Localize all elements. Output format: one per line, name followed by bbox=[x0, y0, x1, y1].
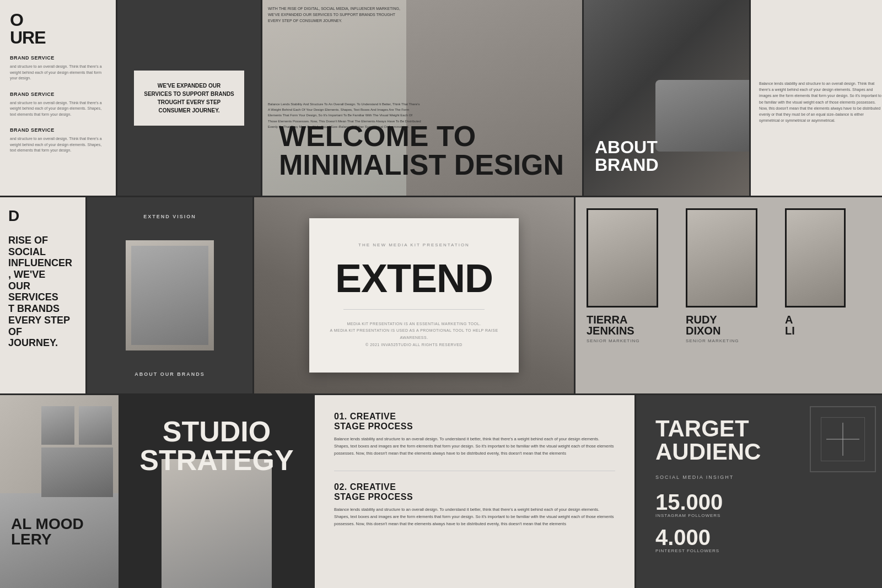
brand-service-3: BRAND SERVICE and structure to an overal… bbox=[10, 127, 106, 154]
photo-mini-1 bbox=[41, 406, 74, 445]
cell-r1c5: Balance lends stability and structure to… bbox=[751, 0, 882, 196]
r2c1-text-block: RISE OFSOCIALINFLUENCER, WE'VEOUR SERVIC… bbox=[8, 235, 77, 349]
cell-r3c4: TARGET AUDIENC SOCIAL MEDIA INSIGHT 15.0… bbox=[636, 395, 882, 588]
person-photo-inner bbox=[131, 246, 208, 345]
row-1: O URE BRAND SERVICE and structure to an … bbox=[0, 0, 882, 196]
photo-wide bbox=[41, 447, 113, 497]
services-text-box: WE'VE EXPANDED OUR SERVICES TO SUPPORT B… bbox=[134, 71, 244, 126]
profile-tierra: TIERRA JENKINS SENIOR MARKETING bbox=[587, 208, 680, 382]
row-3: AL MOOD LERY STUDIO STRATEGY 01. CREATIV… bbox=[0, 395, 882, 588]
about-brand-overlay: ABOUT BRAND bbox=[595, 138, 738, 174]
r2c1-d: D bbox=[8, 208, 77, 224]
cell-r1c1: O URE BRAND SERVICE and structure to an … bbox=[0, 0, 116, 196]
stage-2-block: 02. CREATIVE STAGE PROCESS Balance lends… bbox=[334, 482, 615, 527]
digital-intro-text: WITH THE RISE OF DIGITAL, SOCIAL MEDIA, … bbox=[268, 6, 406, 24]
extend-divider bbox=[343, 309, 485, 310]
welcome-line2: MINIMALIST DESIGN bbox=[279, 150, 566, 179]
r1c1-title: URE bbox=[10, 29, 106, 46]
about-line1: ABOUT bbox=[595, 138, 738, 156]
cell-r3c1: AL MOOD LERY bbox=[0, 395, 119, 588]
r3c1-bg: AL MOOD LERY bbox=[0, 395, 119, 588]
about-line2: BRAND bbox=[595, 156, 738, 174]
cell-r1c2: WE'VE EXPANDED OUR SERVICES TO SUPPORT B… bbox=[117, 0, 261, 196]
stage2-heading: 02. CREATIVE STAGE PROCESS bbox=[334, 482, 615, 502]
cell-r2c1: D RISE OFSOCIALINFLUENCER, WE'VEOUR SERV… bbox=[0, 197, 85, 393]
cell-r3c3: 01. CREATIVE STAGE PROCESS Balance lends… bbox=[315, 395, 634, 588]
extend-card: THE NEW MEDIA KIT PRESENTATION EXTEND ME… bbox=[309, 218, 519, 373]
a-photo bbox=[785, 208, 846, 308]
photo-mini-2 bbox=[79, 406, 112, 445]
r2c1-rise: RISE OFSOCIALINFLUENCER, WE'VEOUR SERVIC… bbox=[8, 235, 77, 349]
target-square-inner bbox=[821, 417, 865, 461]
profile-rudy: RUDY DIXON SENIOR MARKETING bbox=[686, 208, 779, 382]
stage-divider bbox=[334, 471, 615, 471]
brand-service-1: BRAND SERVICE and structure to an overal… bbox=[10, 55, 106, 82]
stage-1-block: 01. CREATIVE STAGE PROCESS Balance lends… bbox=[334, 412, 615, 457]
welcome-title-overlay: WELCOME TO MINIMALIST DESIGN bbox=[279, 122, 566, 179]
person-photo-dark bbox=[126, 240, 214, 350]
profile-cards-row: TIERRA JENKINS SENIOR MARKETING RUDY DIX… bbox=[587, 208, 879, 382]
cell-r1c3: WITH THE RISE OF DIGITAL, SOCIAL MEDIA, … bbox=[262, 0, 582, 196]
cell-r1c4: ABOUT BRAND bbox=[584, 0, 749, 196]
tierra-photo-inner bbox=[588, 210, 657, 306]
extend-subtitle: MEDIA KIT PRESENTATION IS AN ESSENTIAL M… bbox=[326, 321, 502, 348]
cross-icon bbox=[826, 423, 859, 456]
profile-a: A LI bbox=[785, 208, 879, 382]
brand-service-2: BRAND SERVICE and structure to an overal… bbox=[10, 91, 106, 118]
cell-r2c2: EXTEND VISION ABOUT OUR BRANDS bbox=[87, 197, 252, 393]
row-2: D RISE OFSOCIALINFLUENCER, WE'VEOUR SERV… bbox=[0, 197, 882, 393]
rudy-photo bbox=[686, 208, 757, 308]
mood-gallery-text: AL MOOD LERY bbox=[11, 516, 84, 547]
tierra-photo bbox=[587, 208, 658, 308]
r3c2-photo bbox=[162, 459, 272, 588]
cell-r2c3: THE NEW MEDIA KIT PRESENTATION EXTEND ME… bbox=[254, 197, 574, 393]
r1c1-title-prefix: O bbox=[10, 11, 106, 29]
r1c3-bg: WITH THE RISE OF DIGITAL, SOCIAL MEDIA, … bbox=[262, 0, 582, 196]
a-photo-inner bbox=[787, 210, 844, 306]
mood-line1: AL MOOD bbox=[11, 516, 84, 532]
photo-grid bbox=[41, 406, 113, 497]
welcome-line1: WELCOME TO bbox=[279, 122, 566, 150]
mood-line2: LERY bbox=[11, 532, 84, 547]
studio-strategy-title-wrap: STUDIO STRATEGY bbox=[120, 417, 313, 474]
rudy-photo-inner bbox=[687, 210, 756, 306]
stage1-heading: 01. CREATIVE STAGE PROCESS bbox=[334, 412, 615, 431]
cell-r3c2: STUDIO STRATEGY bbox=[120, 395, 313, 588]
target-square bbox=[810, 406, 876, 472]
r1c4-bg: ABOUT BRAND bbox=[584, 0, 749, 196]
cell-r2c4: TIERRA JENKINS SENIOR MARKETING RUDY DIX… bbox=[576, 197, 882, 393]
